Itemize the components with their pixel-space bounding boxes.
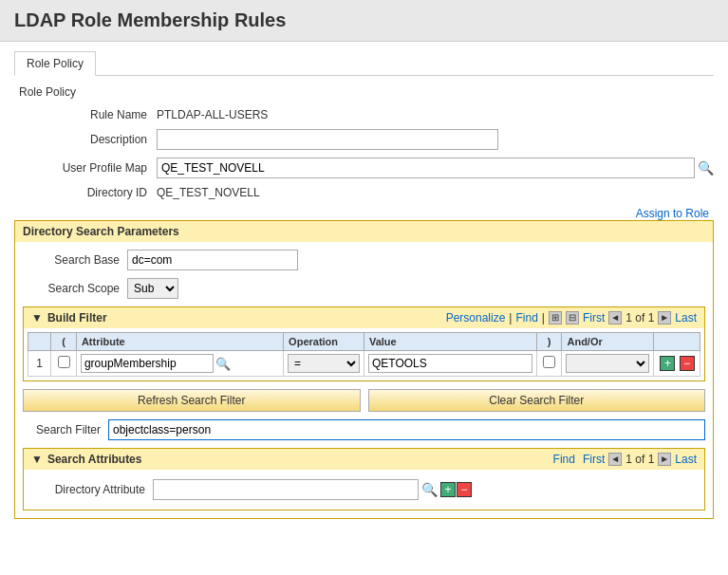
build-filter-body: ( Attribute Operation Value ) And/Or bbox=[24, 328, 704, 380]
description-field[interactable] bbox=[157, 129, 714, 150]
table-row: 1 🔍 bbox=[28, 351, 700, 377]
col-header-andor: And/Or bbox=[562, 333, 654, 351]
search-attributes-title-text: Search Attributes bbox=[47, 453, 142, 466]
pagination-prev-icon[interactable]: ◄ bbox=[608, 311, 622, 325]
search-scope-row: Search Scope Sub One Base bbox=[23, 278, 705, 299]
tab-role-policy[interactable]: Role Policy bbox=[14, 51, 96, 76]
remove-row-button[interactable]: − bbox=[680, 356, 695, 371]
search-attrs-find-link[interactable]: Find bbox=[553, 453, 575, 466]
build-filter-header: ▼ Build Filter Personalize | Find | ⊞ ⊟ … bbox=[24, 307, 704, 328]
col-header-operation: Operation bbox=[284, 333, 364, 351]
user-profile-map-input[interactable] bbox=[157, 158, 695, 178]
search-attributes-section: ▼ Search Attributes Find First ◄ 1 of 1 … bbox=[23, 448, 705, 510]
operation-select[interactable]: = != < > bbox=[288, 354, 360, 373]
add-row-button[interactable]: + bbox=[660, 356, 675, 371]
search-base-row: Search Base bbox=[23, 250, 705, 270]
section-label: Role Policy bbox=[14, 85, 714, 99]
rule-name-row: Rule Name PTLDAP-ALL-USERS bbox=[14, 108, 714, 121]
refresh-search-filter-button[interactable]: Refresh Search Filter bbox=[23, 389, 361, 412]
directory-search-header: Directory Search Parameters bbox=[15, 221, 713, 242]
directory-search-body: Search Base Search Scope Sub One Base bbox=[15, 242, 713, 518]
directory-search-title-text: Directory Search Parameters bbox=[23, 225, 179, 238]
row-attribute: 🔍 bbox=[76, 351, 283, 377]
search-attrs-prev-icon[interactable]: ◄ bbox=[608, 453, 622, 466]
row-close-paren[interactable] bbox=[536, 351, 562, 377]
search-attributes-body: Directory Attribute 🔍 + − bbox=[24, 470, 704, 510]
close-paren-checkbox[interactable] bbox=[543, 356, 555, 368]
directory-search-title: Directory Search Parameters bbox=[23, 225, 179, 238]
build-filter-section: ▼ Build Filter Personalize | Find | ⊞ ⊟ … bbox=[23, 306, 705, 381]
assign-to-role-container: Assign to Role bbox=[14, 207, 714, 220]
description-label: Description bbox=[14, 133, 157, 146]
user-profile-map-search-icon[interactable]: 🔍 bbox=[698, 160, 714, 176]
page-title: LDAP Role Membership Rules bbox=[14, 9, 714, 31]
find-link[interactable]: Find bbox=[515, 311, 537, 325]
separator2: | bbox=[542, 311, 545, 325]
build-filter-controls: Personalize | Find | ⊞ ⊟ First ◄ 1 of 1 … bbox=[446, 311, 697, 325]
directory-attribute-label: Directory Attribute bbox=[39, 483, 153, 496]
search-attrs-pagination-first[interactable]: First bbox=[583, 453, 605, 466]
search-attributes-header: ▼ Search Attributes Find First ◄ 1 of 1 … bbox=[24, 449, 704, 470]
row-operation: = != < > bbox=[284, 351, 364, 377]
page-header: LDAP Role Membership Rules bbox=[0, 0, 728, 42]
content-area: Role Policy Role Policy Rule Name PTLDAP… bbox=[0, 42, 728, 536]
search-attributes-controls: Find First ◄ 1 of 1 ► Last bbox=[553, 453, 697, 466]
user-profile-map-row: User Profile Map 🔍 bbox=[14, 158, 714, 178]
col-header-attribute: Attribute bbox=[76, 333, 283, 351]
attribute-input[interactable] bbox=[81, 354, 214, 373]
rule-name-value: PTLDAP-ALL-USERS bbox=[157, 108, 714, 121]
col-header-check: ( bbox=[51, 333, 77, 351]
user-profile-map-field: 🔍 bbox=[157, 158, 714, 178]
search-attributes-toggle-icon[interactable]: ▼ bbox=[31, 453, 43, 466]
search-scope-select[interactable]: Sub One Base bbox=[127, 278, 178, 299]
build-filter-title-text: Build Filter bbox=[47, 311, 107, 325]
row-value bbox=[364, 351, 536, 377]
pagination-last[interactable]: Last bbox=[675, 311, 697, 325]
assign-to-role-link[interactable]: Assign to Role bbox=[636, 207, 709, 220]
page-container: LDAP Role Membership Rules Role Policy R… bbox=[0, 0, 728, 575]
build-filter-toggle-icon[interactable]: ▼ bbox=[31, 311, 43, 325]
search-attributes-title: ▼ Search Attributes bbox=[31, 453, 141, 466]
directory-attribute-input[interactable] bbox=[153, 479, 419, 500]
pagination-next-icon[interactable]: ► bbox=[658, 311, 671, 325]
row-andor: AND OR bbox=[562, 351, 654, 377]
pagination-current: 1 of 1 bbox=[625, 311, 654, 325]
user-profile-map-label: User Profile Map bbox=[14, 161, 157, 175]
search-attrs-pagination-last[interactable]: Last bbox=[675, 453, 697, 466]
filter-table: ( Attribute Operation Value ) And/Or bbox=[28, 332, 700, 377]
row-select-checkbox[interactable] bbox=[58, 356, 70, 368]
description-input[interactable] bbox=[157, 129, 498, 150]
attribute-search-icon[interactable]: 🔍 bbox=[215, 357, 231, 371]
row-checkbox[interactable] bbox=[51, 351, 77, 377]
search-attrs-pagination-current: 1 of 1 bbox=[625, 453, 654, 466]
view-icon[interactable]: ⊞ bbox=[549, 311, 562, 325]
col-header-close-paren: ) bbox=[536, 333, 562, 351]
clear-search-filter-button[interactable]: Clear Search Filter bbox=[368, 389, 706, 412]
add-directory-attribute-button[interactable]: + bbox=[440, 482, 456, 497]
export-icon[interactable]: ⊟ bbox=[566, 311, 579, 325]
search-base-input[interactable] bbox=[127, 250, 298, 270]
personalize-link[interactable]: Personalize bbox=[446, 311, 506, 325]
search-base-label: Search Base bbox=[23, 253, 127, 267]
filter-buttons-row: Refresh Search Filter Clear Search Filte… bbox=[23, 389, 705, 412]
description-row: Description bbox=[14, 129, 714, 150]
build-filter-title: ▼ Build Filter bbox=[31, 311, 107, 325]
andor-select[interactable]: AND OR bbox=[566, 354, 649, 373]
col-header-actions bbox=[654, 333, 700, 351]
search-filter-label: Search Filter bbox=[23, 423, 108, 436]
search-attrs-next-icon[interactable]: ► bbox=[658, 453, 671, 466]
remove-directory-attribute-button[interactable]: − bbox=[457, 482, 472, 497]
value-input[interactable] bbox=[368, 354, 532, 373]
search-filter-row: Search Filter bbox=[23, 419, 705, 440]
separator1: | bbox=[509, 311, 512, 325]
pagination-first[interactable]: First bbox=[583, 311, 605, 325]
row-num: 1 bbox=[28, 351, 51, 377]
directory-attribute-row: Directory Attribute 🔍 + − bbox=[31, 474, 697, 505]
col-header-value: Value bbox=[364, 333, 536, 351]
search-filter-input[interactable] bbox=[108, 419, 705, 440]
directory-search-section: Directory Search Parameters Search Base … bbox=[14, 220, 714, 519]
search-scope-label: Search Scope bbox=[23, 282, 127, 295]
directory-id-value: QE_TEST_NOVELL bbox=[157, 186, 260, 199]
directory-attribute-search-icon[interactable]: 🔍 bbox=[421, 482, 438, 497]
rule-name-label: Rule Name bbox=[14, 108, 157, 121]
